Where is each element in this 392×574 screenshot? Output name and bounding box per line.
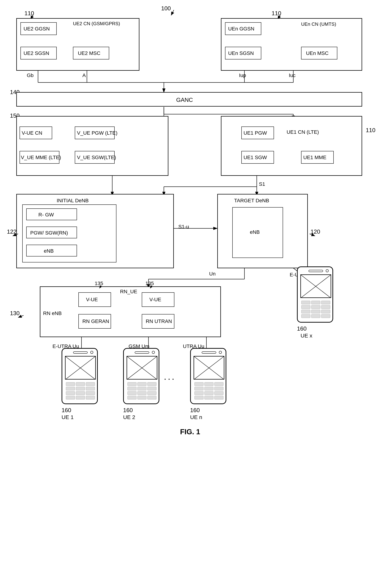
arrow-135-2 xyxy=(148,285,155,289)
vue2-box: V-UE xyxy=(142,292,174,307)
rn-utran-box: RN UTRAN xyxy=(142,314,174,328)
target-denb-label: TARGET DeNB xyxy=(234,198,269,204)
r-gw-label: R- GW xyxy=(38,212,54,218)
ue2-cn-label: UE2 CN (GSM/GPRS) xyxy=(73,21,120,26)
ue1-mme-label: UE1 MME xyxy=(303,155,326,160)
rn-geran-box: RN GERAN xyxy=(78,314,111,328)
phone-uex-keypad xyxy=(301,301,330,321)
ref-160-uen: 160 xyxy=(190,407,200,414)
phone-ue2-speaker xyxy=(135,351,149,354)
uen-ggsn-box: UEn GGSN xyxy=(225,22,261,35)
uen-cn-box: UEn CN (UMTS) UEn GGSN UEn SGSN UEn MSC xyxy=(221,18,362,71)
phone-uen-keypad xyxy=(194,382,224,402)
s1-label: S1 xyxy=(259,181,265,187)
phone-ue2-screen-lines xyxy=(127,356,157,379)
fig-label: FIG. 1 xyxy=(172,428,208,436)
vue-sgw-label: V_UE SGW(LTE) xyxy=(77,155,116,160)
phone-ue1 xyxy=(62,348,98,404)
phone-uex-screen xyxy=(300,274,331,298)
rn-enb-label: RN eNB xyxy=(43,310,62,316)
phone-ue1-screen xyxy=(65,356,96,380)
phone-ue2-keypad xyxy=(128,382,156,402)
vue-mme-label: V_UE MME (LTE) xyxy=(21,155,61,160)
ue1-cn-label: UE1 CN (LTE) xyxy=(287,129,319,135)
target-denb-box: TARGET DeNB eNB xyxy=(217,194,308,268)
initial-denb-box: INITIAL DeNB R- GW PGW/ SGW(RN) eNB xyxy=(16,194,174,268)
s1u-label: S1-u xyxy=(178,224,189,230)
svg-line-47 xyxy=(13,234,18,236)
ue2-ggsn-box: UE2 GGSN xyxy=(20,22,57,35)
arrow-135-1 xyxy=(98,285,105,289)
phone-ue1-keypad xyxy=(66,382,95,402)
diagram-svg xyxy=(0,0,392,562)
ue1-sgw-label: UE1 SGW xyxy=(243,155,267,160)
iup-label: Iup xyxy=(239,73,246,78)
phone-ue2-screen xyxy=(127,356,157,380)
arrow-122 xyxy=(11,232,20,237)
vue-sgw-inner: V_UE SGW(LTE) xyxy=(75,151,115,164)
vue2-label: V-UE xyxy=(149,297,161,303)
gb-label: Gb xyxy=(27,73,34,78)
pgw-sgw-rn-box: PGW/ SGW(RN) xyxy=(26,226,77,238)
ue1-mme-inner: UE1 MME xyxy=(301,151,334,164)
phone-ue1-screen-lines xyxy=(66,356,95,379)
vue-pgw-inner: V_UE PGW (LTE) xyxy=(75,126,115,139)
ue2-msc-box: UE2 MSC xyxy=(73,47,109,60)
vue-cn-inner: V-UE CN xyxy=(19,126,52,139)
uen-msc-label: UEn MSC xyxy=(306,50,328,56)
svg-line-53 xyxy=(150,286,152,288)
ue1-label: UE 1 xyxy=(62,414,74,420)
uen-msc-box: UEn MSC xyxy=(301,47,337,60)
enb-target-label: eNB xyxy=(250,229,260,235)
r-gw-box: R- GW xyxy=(26,208,77,220)
uen-sgsn-box: UEn SGSN xyxy=(225,47,261,60)
ganc-label: GANC xyxy=(176,97,193,103)
phone-ue1-speaker xyxy=(73,351,88,354)
pgw-sgw-rn-label: PGW/ SGW(RN) xyxy=(30,230,68,236)
phone-uex-screen-lines xyxy=(301,275,331,297)
diagram-container: 100 110 110 UE2 CN (GSM/GPRS) UE2 GGSN U… xyxy=(0,0,392,562)
ref-160-uex: 160 xyxy=(297,325,307,332)
ganc-box: GANC xyxy=(16,92,362,106)
rn-geran-label: RN GERAN xyxy=(82,318,109,324)
vue-pgw-label: V_UE PGW (LTE) xyxy=(77,130,117,136)
phone-uen-speaker xyxy=(202,351,216,354)
vue-mme-inner: V_UE MME (LTE) xyxy=(19,151,59,164)
arrow-100 xyxy=(168,9,179,16)
uen-sgsn-label: UEn SGSN xyxy=(228,50,254,56)
uen-ggsn-label: UEn GGSN xyxy=(228,26,254,32)
ue2-ggsn-label: UE2 GGSN xyxy=(23,26,50,32)
ue1-cn-box-outer: UE1 PGW UE1 CN (LTE) UE1 SGW UE1 MME xyxy=(221,116,362,176)
phone-uen-screen-lines xyxy=(194,356,224,379)
rn-outer-box: RN_UE 135 135 RN eNB V-UE V-UE RN GERAN … xyxy=(40,286,221,337)
ue2-msc-label: UE2 MSC xyxy=(78,50,100,56)
dots-label: ··· xyxy=(164,373,176,384)
svg-line-41 xyxy=(171,10,174,15)
rn-utran-label: RN UTRAN xyxy=(146,318,172,324)
phone-uex-speaker xyxy=(309,270,323,272)
ue1-pgw-label: UE1 PGW xyxy=(243,130,267,136)
ue1-sgw-inner: UE1 SGW xyxy=(241,151,274,164)
phone-uex xyxy=(297,266,333,323)
phone-ue1-camera xyxy=(90,351,93,354)
svg-line-49 xyxy=(310,234,315,236)
uen-cn-label: UEn CN (UMTS) xyxy=(301,21,336,27)
ref-160-ue1: 160 xyxy=(62,407,71,414)
phone-ue2 xyxy=(123,348,159,404)
iuc-label: Iuc xyxy=(289,73,296,78)
rn-ue-label: RN_UE xyxy=(120,289,137,294)
arrow-120 xyxy=(308,232,317,237)
phone-uen-screen xyxy=(194,356,224,380)
ref-110-3: 110 xyxy=(366,127,375,134)
ue2-label: UE 2 xyxy=(123,414,135,420)
phone-uex-camera xyxy=(326,269,329,272)
ue2-sgsn-box: UE2 SGSN xyxy=(20,47,57,60)
ref-160-ue2: 160 xyxy=(123,407,133,414)
uen-label: UE n xyxy=(190,414,202,420)
ue2-sgsn-label: UE2 SGSN xyxy=(23,50,49,56)
ue1-pgw-inner: UE1 PGW xyxy=(241,126,274,139)
enb-initial-box: eNB xyxy=(26,245,77,256)
vue1-label: V-UE xyxy=(86,297,98,303)
phone-uen-camera xyxy=(219,351,222,354)
un-label: Un xyxy=(209,271,216,277)
